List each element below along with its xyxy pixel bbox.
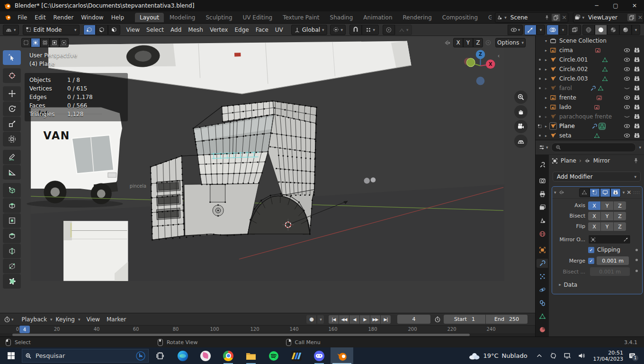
empty-sphere-1[interactable]	[364, 178, 370, 183]
select-mode-edge-button[interactable]	[96, 25, 108, 35]
render-camera-icon[interactable]	[634, 47, 640, 54]
mirror-axis-y[interactable]: Y	[601, 201, 613, 210]
next-keyframe-button[interactable]: ▶▶	[370, 315, 380, 324]
modifier-render-button[interactable]	[610, 188, 621, 197]
menu-tl-view[interactable]: View	[83, 316, 103, 323]
tab-scene[interactable]	[537, 216, 548, 225]
mirror-axis-x[interactable]: X	[588, 201, 600, 210]
merge-animate-dot[interactable]	[635, 259, 638, 261]
tab-object[interactable]	[537, 246, 548, 255]
workspace-tab-sculpting[interactable]: Sculpting	[201, 13, 237, 22]
play-reverse-button[interactable]: ◀	[349, 315, 359, 324]
xray-toggle-button[interactable]	[569, 25, 581, 35]
outliner-row-parachoque[interactable]: ▸ parachoque frente	[536, 112, 644, 121]
workspace-tab-uv-editing[interactable]: UV Editing	[238, 13, 277, 22]
render-camera-icon[interactable]	[634, 123, 640, 129]
app-icon-4[interactable]	[285, 347, 308, 364]
new-scene-button[interactable]	[552, 14, 560, 21]
tool-poly-build[interactable]	[3, 274, 21, 289]
clipping-animate-dot[interactable]	[635, 249, 638, 251]
tab-tool[interactable]	[537, 160, 548, 169]
mirror-y-button[interactable]: Y	[463, 38, 473, 47]
hide-eye-icon[interactable]	[624, 66, 630, 73]
outliner-row-frente[interactable]: ▸ frente	[536, 93, 644, 102]
flip-axis-y[interactable]: Y	[601, 222, 613, 231]
bisect-axis-x[interactable]: X	[588, 212, 600, 220]
show-overlays-button[interactable]	[546, 25, 559, 35]
camera-view-button[interactable]	[514, 120, 528, 133]
task-view-button[interactable]	[149, 347, 171, 364]
menu-select[interactable]: Select	[143, 27, 167, 33]
workspace-tab-compositing[interactable]: Compositing	[438, 13, 483, 22]
bisect-axis-y[interactable]: Y	[601, 212, 613, 220]
outliner-row-seta[interactable]: ▸ seta	[536, 131, 644, 140]
workspace-tab-rendering[interactable]: Rendering	[398, 13, 437, 22]
hide-eye-icon[interactable]	[624, 94, 630, 101]
outliner-row-cima[interactable]: ▸ cima	[536, 46, 644, 55]
scrollbar-thumb[interactable]	[12, 334, 470, 336]
discord-icon[interactable]	[308, 347, 331, 364]
render-camera-icon[interactable]	[634, 132, 640, 139]
outliner-row-scene-collection[interactable]: ▾ Scene Collection	[536, 36, 644, 46]
timeline-ruler[interactable]: 0 20 40 60 80 100 120 140 160 180 200 22…	[0, 325, 535, 333]
outliner-row-lado[interactable]: ▸ lado	[536, 102, 644, 112]
add-modifier-dropdown[interactable]: Add Modifier▾	[553, 172, 641, 182]
frame-end-field[interactable]: End250	[486, 315, 528, 324]
select-set-button[interactable]	[21, 38, 31, 47]
current-frame-field[interactable]: 4	[397, 315, 430, 324]
modifier-realtime-button[interactable]	[600, 188, 610, 197]
pin-icon[interactable]	[544, 15, 550, 20]
modifier-on-cage-button[interactable]	[579, 188, 590, 197]
modifier-delete-button[interactable]: ✕	[626, 189, 631, 196]
menu-window[interactable]: Window	[77, 14, 107, 21]
tray-volume-icon[interactable]	[578, 352, 585, 359]
render-camera-icon[interactable]	[634, 85, 640, 91]
sidebar-collapse-arrow[interactable]: ‹	[498, 53, 500, 59]
hide-eye-icon[interactable]	[624, 56, 630, 63]
outliner-row-plane[interactable]: ▸ Plane	[536, 121, 644, 131]
tool-cursor[interactable]	[3, 68, 21, 83]
bisect-animate-dot[interactable]	[635, 270, 638, 272]
blender-taskbar-icon[interactable]	[331, 347, 353, 364]
tab-modifiers[interactable]	[537, 259, 548, 268]
render-camera-icon[interactable]	[634, 104, 640, 110]
mirror-x-button[interactable]: X	[453, 38, 463, 47]
workspace-tab-geometry-nodes[interactable]: G	[483, 13, 492, 22]
tray-sync-icon[interactable]	[550, 352, 557, 359]
snap-target-dropdown[interactable]: ▾	[362, 25, 379, 35]
proportional-editing-button[interactable]	[383, 25, 395, 35]
play-button[interactable]: ▶	[360, 315, 370, 324]
tray-chevron-up-icon[interactable]	[536, 353, 543, 359]
tab-constraints[interactable]	[537, 299, 548, 308]
object-visibility-dropdown[interactable]: ▾	[508, 25, 523, 35]
modifier-drag-handle[interactable]: ::::	[633, 191, 640, 195]
data-subpanel-header[interactable]: ▾ Data	[559, 282, 577, 288]
tab-world[interactable]	[537, 229, 548, 238]
menu-edge[interactable]: Edge	[231, 27, 252, 33]
menu-mesh[interactable]: Mesh	[185, 27, 206, 33]
snap-toggle-button[interactable]	[349, 25, 362, 35]
chrome-icon[interactable]	[217, 347, 240, 364]
menu-face[interactable]: Face	[252, 27, 272, 33]
select-invert-button[interactable]	[50, 38, 59, 47]
select-extend-button[interactable]	[31, 38, 40, 47]
mirror-axis-z[interactable]: Z	[614, 201, 626, 210]
hide-eye-icon[interactable]	[624, 75, 630, 82]
weather-widget[interactable]: 19°C Nublado	[468, 352, 527, 360]
modifier-edit-mode-button[interactable]	[590, 188, 600, 197]
render-camera-icon[interactable]	[634, 75, 640, 82]
tab-data[interactable]	[537, 312, 548, 321]
remove-viewlayer-button[interactable]: ✕	[638, 14, 643, 21]
breadcrumb-object[interactable]: Plane	[561, 157, 576, 164]
bisect-axis-z[interactable]: Z	[614, 212, 626, 220]
tool-measure[interactable]	[3, 165, 21, 180]
timeline-editor-type-button[interactable]: ▾	[4, 316, 14, 323]
mirror-object-field[interactable]	[588, 235, 631, 244]
menu-edit[interactable]: Edit	[31, 14, 49, 21]
properties-search-input[interactable]	[551, 143, 636, 152]
menu-keying[interactable]: Keying	[53, 316, 78, 323]
pin-icon[interactable]	[633, 157, 639, 164]
tool-bevel[interactable]	[3, 228, 21, 243]
properties-options-dropdown[interactable]: ▾	[639, 145, 641, 150]
hidden-eye-icon[interactable]	[624, 85, 630, 91]
